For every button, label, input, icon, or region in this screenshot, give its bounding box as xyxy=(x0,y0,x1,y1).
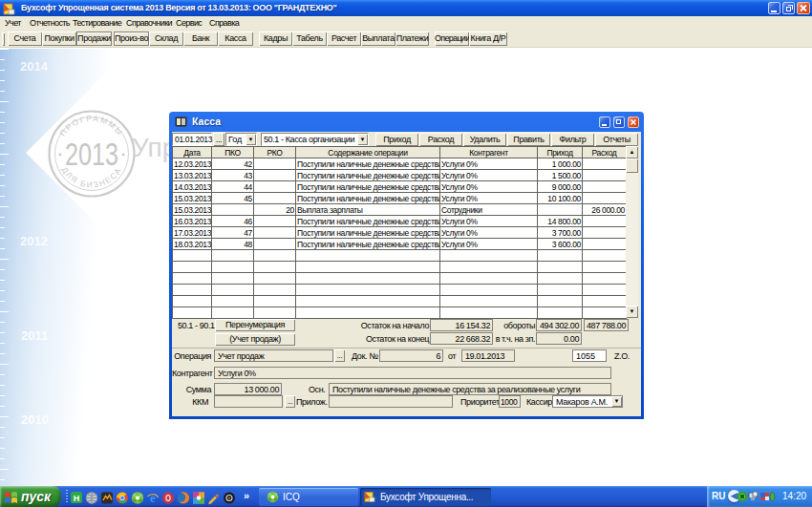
svg-text:ПРОГРАММЫ: ПРОГРАММЫ xyxy=(57,114,125,138)
svg-text:e: e xyxy=(150,491,156,505)
svg-text:2013: 2013 xyxy=(65,136,118,172)
svg-text:H: H xyxy=(74,494,80,503)
